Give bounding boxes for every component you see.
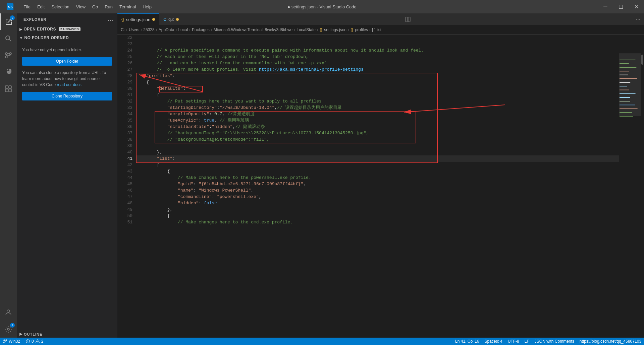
statusbar-errors[interactable]: 0 2 xyxy=(23,338,46,345)
activity-account[interactable] xyxy=(0,304,17,321)
menu-go[interactable]: Go xyxy=(89,0,101,13)
open-folder-button[interactable]: Open Folder xyxy=(22,57,112,66)
svg-line-3 xyxy=(9,40,11,42)
statusbar-spaces[interactable]: Spaces: 4 xyxy=(482,338,505,345)
menu-terminal[interactable]: Terminal xyxy=(116,0,139,13)
tab-modified-settings xyxy=(152,18,155,21)
more-actions-button[interactable]: ··· xyxy=(632,13,644,25)
svg-rect-7 xyxy=(5,86,8,88)
code-line-35: "useAcrylic": true, // 启用毛玻璃 xyxy=(136,117,619,124)
ln-30: 30 xyxy=(117,85,136,92)
breadcrumb-list[interactable]: [ ] list xyxy=(372,27,381,32)
tab-icon-qc: C xyxy=(163,17,166,22)
breadcrumb-local[interactable]: Local xyxy=(178,27,188,32)
no-folder-chevron: ▼ xyxy=(19,36,23,40)
statusbar-position[interactable]: Ln 41, Col 16 xyxy=(452,338,482,345)
code-line-45: "guid": "{61c54bbd-c2c6-5271-96e7-009a87… xyxy=(136,181,619,187)
main-layout: 2 1 Explorer ... xyxy=(0,13,644,338)
statusbar-warning-count: 2 xyxy=(41,339,44,344)
statusbar-encoding[interactable]: UTF-8 xyxy=(505,338,522,345)
minimap-canvas xyxy=(619,34,641,338)
code-line-41: "list": xyxy=(136,155,619,162)
explorer-badge: 2 xyxy=(10,15,15,20)
minimize-button[interactable]: ─ xyxy=(598,0,613,13)
maximize-button[interactable]: ☐ xyxy=(613,0,629,13)
split-editor-button[interactable] xyxy=(402,13,414,25)
svg-point-26 xyxy=(37,343,38,343)
breadcrumb-c[interactable]: C: xyxy=(121,27,125,32)
statusbar-language[interactable]: JSON with Comments xyxy=(532,338,577,345)
activity-extensions[interactable] xyxy=(0,80,17,97)
outline-header[interactable]: ▶ Outline xyxy=(17,331,117,338)
ln-29: 29 xyxy=(117,79,136,85)
menu-selection[interactable]: Selection xyxy=(48,0,72,13)
settings-badge: 1 xyxy=(10,323,15,328)
menu-run[interactable]: Run xyxy=(101,0,116,13)
open-editors-chevron: ▶ xyxy=(19,27,22,31)
code-line-39 xyxy=(136,143,619,149)
vertical-scrollbar[interactable] xyxy=(641,34,644,338)
ln-26: 26 xyxy=(117,60,136,66)
menu-edit[interactable]: Edit xyxy=(34,0,48,13)
open-editors-section: ▶ Open Editors 2 UNSAVED xyxy=(17,25,117,34)
code-line-31: { xyxy=(136,92,619,98)
sidebar-more-icon[interactable]: ... xyxy=(108,16,113,22)
activity-debug[interactable] xyxy=(0,64,17,80)
menu-view[interactable]: View xyxy=(73,0,89,13)
ln-27: 27 xyxy=(117,66,136,73)
breadcrumb-profiles[interactable]: {} profiles xyxy=(351,27,368,32)
menu-help[interactable]: Help xyxy=(139,0,155,13)
code-line-50: { xyxy=(136,213,619,219)
ln-42: 42 xyxy=(117,162,136,168)
sidebar-title: Explorer ... xyxy=(17,13,117,25)
statusbar-git-branch[interactable]: Win32 xyxy=(0,338,23,345)
ln-49: 49 xyxy=(117,206,136,213)
close-button[interactable]: ✕ xyxy=(629,0,644,13)
code-line-24: // A profile specifies a command to exec… xyxy=(136,47,619,54)
code-lines: // A profile specifies a command to exec… xyxy=(136,34,619,225)
breadcrumb-25328[interactable]: 25328 xyxy=(143,27,154,32)
code-line-25: // Each one of them will appear in the '… xyxy=(136,54,619,60)
open-editors-header[interactable]: ▶ Open Editors 2 UNSAVED xyxy=(17,25,117,33)
clone-repository-button[interactable]: Clone Repository xyxy=(22,92,112,100)
ln-32: 32 xyxy=(117,98,136,105)
code-line-30: "defaults": xyxy=(136,85,619,92)
breadcrumb-appdata[interactable]: AppData xyxy=(159,27,174,32)
code-content[interactable]: // A profile specifies a command to exec… xyxy=(136,34,619,338)
tab-settings-json[interactable]: {} settings.json xyxy=(117,13,159,25)
code-line-26: // and can be invoked from the commandli… xyxy=(136,60,619,66)
activity-source-control[interactable] xyxy=(0,47,17,64)
line-numbers: 22 23 24 25 26 27 28 29 30 31 32 33 34 3… xyxy=(117,34,136,338)
tab-q-c[interactable]: C q.c xyxy=(159,13,183,25)
ln-36: 36 xyxy=(117,124,136,130)
tab-label-qc: q.c xyxy=(168,17,174,22)
breadcrumb-terminal[interactable]: Microsoft.WindowsTerminal_8weky3d8bbwe xyxy=(214,27,292,32)
ln-44: 44 xyxy=(117,175,136,181)
ln-43: 43 xyxy=(117,168,136,175)
no-folder-section: ▼ No Folder Opened You have not yet open… xyxy=(17,34,117,111)
ln-41: 41 xyxy=(117,155,136,162)
no-folder-header[interactable]: ▼ No Folder Opened xyxy=(17,34,117,42)
activity-search[interactable] xyxy=(0,30,17,47)
menu-file[interactable]: File xyxy=(20,0,34,13)
breadcrumb-localstate[interactable]: LocalState xyxy=(297,27,316,32)
ln-34: 34 xyxy=(117,111,136,117)
no-folder-text: You have not yet opened a folder. xyxy=(22,47,112,53)
tab-icon-settings: {} xyxy=(121,17,124,22)
ln-23: 23 xyxy=(117,41,136,47)
code-line-48: "hidden": false xyxy=(136,200,619,206)
breadcrumb-packages[interactable]: Packages xyxy=(192,27,210,32)
breadcrumb-users[interactable]: Users xyxy=(129,27,139,32)
statusbar-error-count: 0 xyxy=(32,339,34,344)
breadcrumb-settings-json[interactable]: {} settings.json xyxy=(320,27,346,32)
activity-explorer[interactable]: 2 xyxy=(0,13,17,30)
outline-chevron: ▶ xyxy=(19,332,22,336)
minimap xyxy=(619,34,641,338)
activity-settings[interactable]: 1 xyxy=(0,321,17,338)
code-line-49: }, xyxy=(136,206,619,213)
statusbar-url[interactable]: https://blog.csdn.net/qq_45807103 xyxy=(577,338,644,345)
statusbar-eol[interactable]: LF xyxy=(522,338,532,345)
read-docs-link[interactable]: read our docs. xyxy=(57,82,83,87)
ln-48: 48 xyxy=(117,200,136,206)
ln-50: 50 xyxy=(117,213,136,219)
